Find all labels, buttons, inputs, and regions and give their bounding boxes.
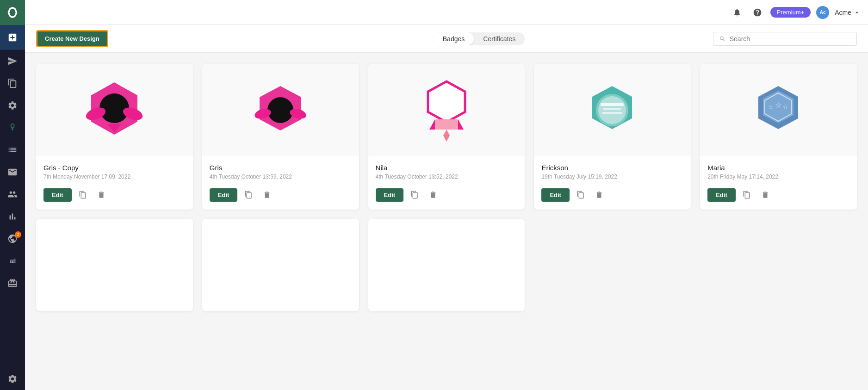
edit-button-erickson[interactable]: Edit — [541, 188, 570, 202]
badge-preview-nila — [421, 78, 472, 142]
badge-preview-maria: ☆ ☆ ☆ — [752, 84, 805, 137]
badge-preview-erickson — [586, 84, 639, 137]
sidebar-item-users[interactable] — [0, 183, 25, 205]
sidebar-item-analytics[interactable] — [0, 205, 25, 228]
card-body-maria: Maria 20th Friday May 17:14, 2022 Edit — [700, 156, 857, 210]
svg-marker-12 — [458, 119, 464, 130]
card-actions-nila: Edit — [376, 187, 518, 202]
sidebar-logo[interactable] — [0, 0, 25, 25]
sidebar-item-add[interactable] — [0, 25, 25, 50]
content-area: Gris - Copy 7th Monday November 17:09, 2… — [25, 53, 868, 390]
main-area: Premium+ Ac Acme Create New Design Badge… — [25, 0, 868, 390]
card-title-gris: Gris — [210, 164, 352, 172]
svg-marker-11 — [429, 119, 435, 130]
help-button[interactable] — [750, 5, 765, 20]
svg-text:☆: ☆ — [782, 103, 788, 111]
sidebar-item-settings[interactable] — [0, 368, 25, 390]
delete-button-gris[interactable] — [260, 187, 274, 202]
chevron-down-icon — [853, 9, 861, 16]
delete-button-gris-copy[interactable] — [94, 187, 109, 202]
card-body-erickson: Erickson 19th Tuesday July 15:19, 2022 E… — [534, 156, 691, 210]
cards-grid: Gris - Copy 7th Monday November 17:09, 2… — [36, 64, 857, 210]
search-box — [713, 32, 857, 46]
card-title-nila: Nila — [376, 164, 518, 172]
badge-preview-gris — [253, 82, 308, 138]
card-image-gris-copy — [36, 64, 193, 156]
svg-rect-18 — [603, 108, 621, 110]
svg-rect-17 — [601, 103, 624, 106]
delete-button-erickson[interactable] — [592, 187, 607, 202]
card-date-gris-copy: 7th Monday November 17:09, 2022 — [43, 173, 186, 180]
svg-text:☆: ☆ — [775, 101, 781, 109]
edit-button-maria[interactable]: Edit — [707, 188, 736, 202]
card-actions-erickson: Edit — [541, 187, 683, 202]
duplicate-button-erickson[interactable] — [573, 187, 588, 202]
explore-badge: 2 — [15, 231, 21, 238]
sidebar-item-explore[interactable]: 2 — [0, 228, 25, 250]
card-gris: Gris 4th Tuesday October 13:59, 2022 Edi… — [202, 64, 359, 210]
delete-button-nila[interactable] — [426, 187, 440, 202]
edit-button-gris-copy[interactable]: Edit — [43, 188, 72, 202]
sidebar-item-email[interactable] — [0, 161, 25, 183]
card-date-maria: 20th Friday May 17:14, 2022 — [707, 173, 849, 180]
search-input[interactable] — [730, 35, 851, 43]
card-actions-gris: Edit — [210, 187, 352, 202]
badge-preview-gris-copy — [82, 78, 147, 142]
sidebar-item-copy[interactable] — [0, 72, 25, 94]
duplicate-button-maria[interactable] — [739, 187, 754, 202]
card-image-maria: ☆ ☆ ☆ — [700, 64, 857, 156]
card-body-gris-copy: Gris - Copy 7th Monday November 17:09, 2… — [36, 156, 193, 210]
card-image-nila — [368, 64, 525, 156]
premium-button[interactable]: Premium+ — [770, 7, 811, 18]
duplicate-button-nila[interactable] — [407, 187, 422, 202]
user-avatar: Ac — [816, 6, 829, 19]
tab-group: Badges Certificates — [434, 32, 525, 45]
tab-badges[interactable]: Badges — [434, 32, 474, 45]
svg-point-1 — [99, 93, 129, 123]
sidebar-item-integrations[interactable] — [0, 94, 25, 117]
toolbar: Create New Design Badges Certificates — [25, 25, 868, 53]
edit-button-nila[interactable]: Edit — [376, 188, 404, 202]
sidebar-item-list[interactable] — [0, 139, 25, 161]
search-icon — [719, 35, 726, 43]
card-date-erickson: 19th Tuesday July 15:19, 2022 — [541, 173, 683, 180]
card-image-erickson — [534, 64, 691, 156]
create-new-design-button[interactable]: Create New Design — [36, 30, 108, 47]
svg-marker-9 — [428, 81, 465, 122]
card-nila: Nila 4th Tuesday October 13:52, 2022 Edi… — [368, 64, 525, 210]
card-body-gris: Gris 4th Tuesday October 13:59, 2022 Edi… — [202, 156, 359, 210]
second-row — [36, 219, 857, 311]
card-title-maria: Maria — [707, 164, 849, 172]
empty-card-1 — [36, 219, 193, 311]
svg-point-6 — [267, 97, 293, 123]
account-selector[interactable]: Acme — [835, 9, 861, 16]
header: Premium+ Ac Acme — [25, 0, 868, 25]
tab-certificates[interactable]: Certificates — [474, 32, 525, 45]
card-actions-maria: Edit — [707, 187, 849, 202]
card-image-gris — [202, 64, 359, 156]
card-body-nila: Nila 4th Tuesday October 13:52, 2022 Edi… — [368, 156, 525, 210]
duplicate-button-gris-copy[interactable] — [75, 187, 90, 202]
sidebar-item-ad[interactable]: ad — [0, 250, 25, 272]
card-gris-copy: Gris - Copy 7th Monday November 17:09, 2… — [36, 64, 193, 210]
svg-rect-10 — [435, 119, 458, 130]
notifications-button[interactable] — [730, 5, 744, 20]
card-actions-gris-copy: Edit — [43, 187, 186, 202]
sidebar-bottom — [0, 368, 25, 390]
empty-card-3 — [368, 219, 525, 311]
card-date-nila: 4th Tuesday October 13:52, 2022 — [376, 173, 518, 180]
card-maria: ☆ ☆ ☆ Maria 20th Friday May 17:14, 2022 … — [700, 64, 857, 210]
sidebar-item-send[interactable] — [0, 50, 25, 72]
empty-card-2 — [202, 219, 359, 311]
duplicate-button-gris[interactable] — [241, 187, 256, 202]
svg-marker-13 — [443, 130, 450, 142]
sidebar-item-gift[interactable] — [0, 272, 25, 294]
card-erickson: Erickson 19th Tuesday July 15:19, 2022 E… — [534, 64, 691, 210]
delete-button-maria[interactable] — [758, 187, 773, 202]
edit-button-gris[interactable]: Edit — [210, 188, 238, 202]
sidebar: 2 ad — [0, 0, 25, 390]
card-title-erickson: Erickson — [541, 164, 683, 172]
sidebar-item-badges[interactable] — [0, 117, 25, 139]
svg-text:☆: ☆ — [768, 103, 774, 111]
svg-rect-19 — [602, 112, 622, 114]
